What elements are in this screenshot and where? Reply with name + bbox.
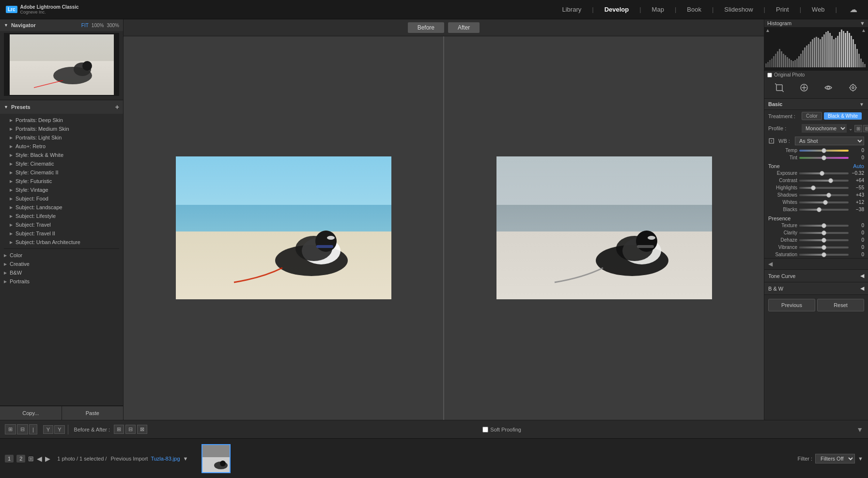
highlights-slider-track[interactable] [799, 187, 849, 189]
preset-item-4[interactable]: ▶Style: Black & White [0, 151, 123, 159]
preset-item-14[interactable]: ▶Subject: Urban Architecture [0, 238, 123, 247]
before-button[interactable]: Before [408, 22, 444, 33]
wb-select[interactable]: As Shot [795, 137, 864, 145]
y-btn-2[interactable]: Y [54, 425, 64, 434]
preset-item-5[interactable]: ▶Style: Cinematic [0, 159, 123, 168]
preset-item-8[interactable]: ▶Style: Vintage [0, 185, 123, 194]
basic-section-header[interactable]: Basic ▼ [764, 99, 868, 110]
soft-proofing-checkbox[interactable] [482, 427, 488, 432]
original-photo-checkbox[interactable] [767, 73, 772, 77]
y-btn-1[interactable]: Y [43, 425, 53, 434]
preset-item-1[interactable]: ▶Portraits: Medium Skin [0, 124, 123, 133]
exposure-slider-track[interactable] [799, 172, 849, 174]
filmstrip-filename-arrow[interactable]: ▼ [183, 456, 188, 462]
filmstrip-page2[interactable]: 2 [16, 455, 25, 463]
nav-book[interactable]: Book [682, 4, 706, 15]
ba-btn-1[interactable]: ⊞ [114, 425, 124, 434]
preset-item-11[interactable]: ▶Subject: Lifestyle [0, 212, 123, 220]
contrast-slider-thumb[interactable] [828, 178, 833, 183]
filter-select[interactable]: Filters Off [815, 454, 855, 463]
saturation-slider-thumb[interactable] [822, 252, 826, 257]
preset-item-2[interactable]: ▶Portraits: Light Skin [0, 133, 123, 142]
texture-slider-thumb[interactable] [822, 223, 826, 228]
tint-slider-track[interactable] [799, 157, 849, 159]
view-grid-btn[interactable]: ⊟ [17, 424, 28, 434]
filter-arrow[interactable]: ▼ [858, 456, 863, 462]
preset-item-7[interactable]: ▶Style: Futuristic [0, 177, 123, 185]
nav-library[interactable]: Library [558, 4, 587, 15]
preset-category-0[interactable]: ▶Color [0, 251, 123, 260]
nav-100-btn[interactable]: 100% [92, 23, 104, 28]
saturation-slider-track[interactable] [799, 254, 849, 256]
histogram-collapse[interactable]: ▼ [860, 20, 865, 26]
reset-button[interactable]: Reset [817, 299, 864, 311]
dehaze-slider-thumb[interactable] [822, 238, 826, 243]
profile-arrow[interactable]: ⌄ [849, 126, 852, 131]
filmstrip-prev-import[interactable]: Previous Import [110, 456, 148, 462]
filmstrip-page1[interactable]: 1 [5, 455, 14, 463]
whites-slider-thumb[interactable] [823, 200, 828, 205]
previous-button[interactable]: Previous [768, 299, 815, 311]
crop-tool-icon[interactable] [774, 82, 785, 95]
eyedropper-icon[interactable]: ⊡ [768, 136, 775, 145]
nav-slideshow[interactable]: Slideshow [719, 4, 758, 15]
presets-add-btn[interactable]: + [115, 103, 119, 111]
texture-slider-track[interactable] [799, 225, 849, 227]
clarity-slider-thumb[interactable] [822, 231, 826, 235]
filmstrip-prev-btn[interactable]: ◀ [37, 455, 42, 463]
toolbar-end-arrow[interactable]: ▼ [856, 426, 863, 433]
clarity-slider-track[interactable] [799, 232, 849, 234]
filmstrip-filename[interactable]: Tuzla-83.jpg [151, 456, 180, 462]
bw-header[interactable]: B & W ◀ [764, 282, 868, 294]
shadows-slider-thumb[interactable] [826, 193, 831, 198]
preset-item-10[interactable]: ▶Subject: Landscape [0, 203, 123, 212]
bw-treatment-btn[interactable]: Black & White [824, 112, 862, 120]
vibrance-slider-track[interactable] [799, 247, 849, 248]
preset-item-6[interactable]: ▶Style: Cinematic II [0, 168, 123, 177]
filmstrip-next-btn[interactable]: ▶ [45, 455, 50, 463]
tone-curve-header[interactable]: Tone Curve ◀ [764, 270, 868, 282]
color-treatment-btn[interactable]: Color [802, 112, 822, 120]
temp-slider-thumb[interactable] [822, 148, 826, 153]
nav-300-btn[interactable]: 300% [107, 23, 119, 28]
nav-develop[interactable]: Develop [600, 4, 634, 15]
after-button[interactable]: After [448, 22, 480, 33]
nav-print[interactable]: Print [771, 4, 794, 15]
nav-web[interactable]: Web [807, 4, 830, 15]
preset-item-9[interactable]: ▶Subject: Food [0, 194, 123, 203]
vibrance-slider-thumb[interactable] [822, 245, 826, 250]
preset-category-3[interactable]: ▶Portraits [0, 277, 123, 286]
highlights-slider-thumb[interactable] [811, 185, 816, 190]
shadows-slider-track[interactable] [799, 194, 849, 196]
presets-header[interactable]: ▼ Presets + [0, 100, 123, 114]
fit-btn[interactable]: FIT [81, 23, 89, 28]
cloud-icon[interactable]: ☁ [845, 3, 862, 16]
temp-slider-track[interactable] [799, 150, 849, 152]
profile-grid-btn-1[interactable]: ⊞ [854, 125, 862, 132]
dehaze-slider-track[interactable] [799, 239, 849, 241]
preset-category-2[interactable]: ▶B&W [0, 268, 123, 277]
heal-tool-icon[interactable] [798, 82, 810, 95]
navigator-header[interactable]: ▼ Navigator FIT 100% 300% [0, 19, 123, 31]
paste-button[interactable]: Paste [62, 406, 124, 420]
view-compare-btn[interactable]: | [29, 424, 37, 434]
profile-select[interactable]: Monochrome [802, 124, 847, 133]
copy-button[interactable]: Copy... [0, 406, 62, 420]
whites-slider-track[interactable] [799, 201, 849, 203]
grid-view-icon[interactable]: ⊞ [28, 455, 34, 463]
view-fit-btn[interactable]: ⊞ [5, 424, 16, 434]
blacks-slider-thumb[interactable] [817, 207, 822, 212]
preset-item-0[interactable]: ▶Portraits: Deep Skin [0, 116, 123, 124]
blacks-slider-track[interactable] [799, 209, 849, 211]
preset-category-1[interactable]: ▶Creative [0, 260, 123, 268]
nav-map[interactable]: Map [647, 4, 669, 15]
panel-collapse-btn[interactable]: ◀ [768, 261, 773, 267]
preset-item-12[interactable]: ▶Subject: Travel [0, 220, 123, 229]
preset-item-13[interactable]: ▶Subject: Travel II [0, 229, 123, 238]
film-thumb-1[interactable] [202, 444, 231, 473]
profile-grid-btn-2[interactable]: ⊟ [863, 125, 868, 132]
ba-btn-2[interactable]: ⊟ [125, 425, 136, 434]
redeye-tool-icon[interactable] [822, 82, 834, 95]
preset-item-3[interactable]: ▶Auto+: Retro [0, 142, 123, 151]
exposure-slider-thumb[interactable] [820, 171, 824, 176]
